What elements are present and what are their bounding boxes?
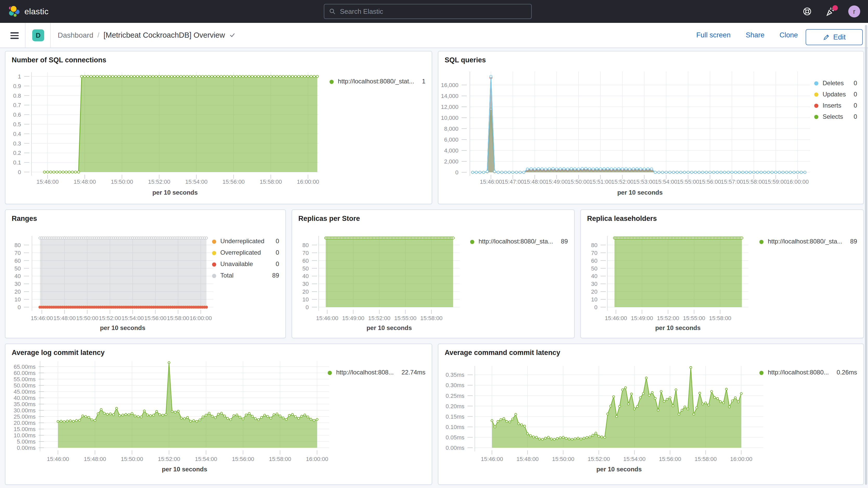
avatar[interactable]: r <box>848 5 860 18</box>
svg-text:40.00ms: 40.00ms <box>14 395 36 401</box>
svg-text:45.00ms: 45.00ms <box>14 389 36 395</box>
panel-replica-leaseholders: Replica leaseholders 0102030405060708015… <box>580 209 864 338</box>
legend-label: Total <box>216 270 264 281</box>
svg-text:10: 10 <box>14 296 21 303</box>
svg-text:15:59:00: 15:59:00 <box>765 179 787 185</box>
svg-text:15:58:00: 15:58:00 <box>259 179 282 185</box>
chart-number-of-sql-connections[interactable]: 00.10.20.30.40.50.60.70.80.9115:46:0015:… <box>5 52 432 204</box>
svg-text:70: 70 <box>591 250 597 256</box>
legend-item[interactable]: http://localhost:808...22.74ms <box>328 368 426 377</box>
svg-text:15:56:00: 15:56:00 <box>659 456 681 462</box>
svg-text:50.00ms: 50.00ms <box>14 382 36 389</box>
legend-item[interactable]: http://localhost:8080/_sta...89 <box>470 237 568 246</box>
svg-text:15:46:00: 15:46:00 <box>47 456 69 462</box>
svg-text:15:49:00: 15:49:00 <box>342 315 364 322</box>
legend-item[interactable]: http://localhost:8080...0.26ms <box>760 368 857 377</box>
global-search[interactable] <box>324 4 532 19</box>
legend-item[interactable]: Selects0 <box>814 111 857 122</box>
legend-value: 0 <box>264 247 279 258</box>
svg-text:0.00ms: 0.00ms <box>446 445 464 451</box>
svg-text:16:00:00: 16:00:00 <box>730 456 752 462</box>
legend-label: Unavailable <box>216 258 264 270</box>
svg-text:15:50:00: 15:50:00 <box>567 179 590 185</box>
legend-color-dot-icon <box>470 240 474 244</box>
check-icon[interactable] <box>229 33 236 38</box>
chart-ranges[interactable]: 0102030405060708015:46:0015:48:0015:50:0… <box>5 210 285 338</box>
panel-title: Average log commit latency <box>12 349 105 357</box>
search-input[interactable] <box>339 7 527 16</box>
chart-sql-queries[interactable]: 02,0004,0006,0008,00010,00012,00014,0001… <box>438 52 863 204</box>
chart-average-log-commit-latency[interactable]: 0.00ms5.00ms10.00ms15.00ms20.00ms25.00ms… <box>5 344 432 484</box>
chart-replicas-per-store[interactable]: 0102030405060708015:46:0015:49:0015:52:0… <box>292 210 574 338</box>
svg-text:15:47:00: 15:47:00 <box>502 179 524 185</box>
legend-color-dot-icon <box>814 115 818 119</box>
svg-text:10: 10 <box>303 296 309 303</box>
svg-text:15:50:00: 15:50:00 <box>121 456 143 462</box>
legend-item[interactable]: Inserts0 <box>814 100 857 111</box>
legend-label: Overreplicated <box>216 247 264 258</box>
svg-text:70: 70 <box>14 250 21 256</box>
svg-text:15:50:00: 15:50:00 <box>552 456 574 462</box>
legend-item[interactable]: Total89 <box>212 270 279 281</box>
svg-text:6,000: 6,000 <box>444 136 458 143</box>
svg-text:0.10ms: 0.10ms <box>446 424 464 430</box>
legend-color-dot-icon <box>212 263 216 267</box>
legend-value: 0 <box>846 78 857 89</box>
svg-text:40: 40 <box>303 273 309 279</box>
share-link[interactable]: Share <box>746 31 764 39</box>
legend-item[interactable]: Unavailable0 <box>212 258 279 270</box>
svg-text:15:53:00: 15:53:00 <box>633 179 655 185</box>
legend-item[interactable]: Updates0 <box>814 89 857 100</box>
news-button[interactable] <box>825 6 836 17</box>
legend-color-dot-icon <box>814 92 818 97</box>
panel-title: Replica leaseholders <box>587 215 657 223</box>
svg-text:15:50:00: 15:50:00 <box>76 315 98 322</box>
svg-text:15:54:00: 15:54:00 <box>122 315 144 322</box>
legend-item[interactable]: http://localhost:8080/_stat...1 <box>330 77 426 86</box>
svg-text:15:46:00: 15:46:00 <box>480 179 502 185</box>
panel-title: Number of SQL connections <box>12 56 106 64</box>
clone-link[interactable]: Clone <box>779 31 798 39</box>
legend-item[interactable]: http://localhost:8080/_sta...89 <box>760 237 857 246</box>
svg-text:55.00ms: 55.00ms <box>14 376 36 383</box>
legend-item[interactable]: Overreplicated0 <box>212 247 279 258</box>
svg-text:16:00:00: 16:00:00 <box>190 315 212 322</box>
app-badge[interactable]: D <box>32 29 44 41</box>
svg-text:60: 60 <box>591 257 597 264</box>
chart-average-command-commit-latency[interactable]: 0.00ms0.05ms0.10ms0.15ms0.20ms0.25ms0.30… <box>438 344 863 484</box>
svg-text:0: 0 <box>18 169 21 175</box>
legend-value: 0 <box>264 236 279 247</box>
svg-text:15:58:00: 15:58:00 <box>694 456 717 462</box>
svg-text:15:56:00: 15:56:00 <box>222 179 245 185</box>
svg-text:30: 30 <box>591 281 597 287</box>
svg-text:0.25ms: 0.25ms <box>446 393 464 399</box>
breadcrumb-dashboard[interactable]: Dashboard <box>58 31 93 39</box>
help-button[interactable] <box>802 6 813 17</box>
legend-color-dot-icon <box>760 240 764 244</box>
svg-text:0: 0 <box>306 304 309 310</box>
svg-text:50: 50 <box>303 265 309 272</box>
edit-button[interactable]: Edit <box>806 29 863 45</box>
legend-item[interactable]: Underreplicated0 <box>212 236 279 247</box>
legend-value: 0 <box>846 111 857 122</box>
svg-text:60.00ms: 60.00ms <box>14 370 36 376</box>
chart-legend: http://localhost:8080...0.26ms <box>760 368 857 377</box>
legend-item[interactable]: Deletes0 <box>814 78 857 89</box>
svg-text:20: 20 <box>591 288 597 295</box>
menu-button[interactable] <box>9 29 20 41</box>
svg-text:0.35ms: 0.35ms <box>446 372 464 378</box>
scrollbar[interactable] <box>865 25 867 485</box>
legend-color-dot-icon <box>814 81 818 86</box>
svg-text:15:46:00: 15:46:00 <box>36 179 59 185</box>
svg-text:15:54:00: 15:54:00 <box>623 456 646 462</box>
chart-replica-leaseholders[interactable]: 0102030405060708015:46:0015:49:0015:52:0… <box>581 210 863 338</box>
svg-text:15:55:00: 15:55:00 <box>677 179 699 185</box>
panel-sql-queries: SQL queries 02,0004,0006,0008,00010,0001… <box>438 51 864 204</box>
svg-text:50: 50 <box>591 265 597 272</box>
legend-color-dot-icon <box>330 80 334 84</box>
full-screen-link[interactable]: Full screen <box>696 31 731 39</box>
elastic-logo[interactable]: elastic <box>7 0 49 23</box>
legend-label: http://localhost:8080... <box>764 368 829 377</box>
legend-color-dot-icon <box>212 240 216 244</box>
svg-text:15:58:00: 15:58:00 <box>269 456 291 462</box>
